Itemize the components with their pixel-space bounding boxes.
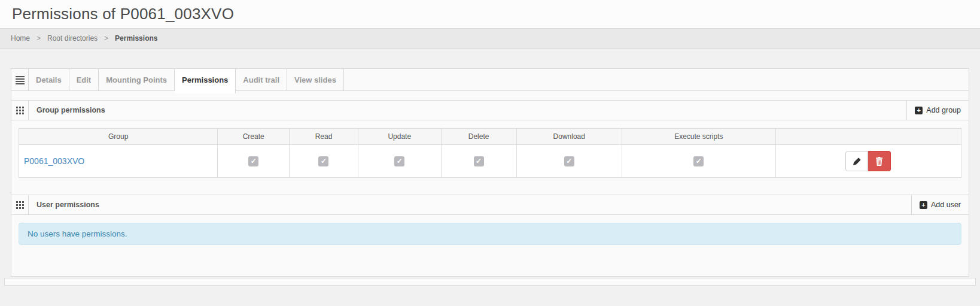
add-user-button[interactable]: Add user	[911, 195, 969, 214]
breadcrumb-permissions: Permissions	[115, 34, 157, 43]
breadcrumb-separator-icon: >	[104, 34, 108, 43]
page-footer-strip	[4, 278, 976, 286]
tab-permissions[interactable]: Permissions	[175, 69, 236, 93]
group-permissions-body: Group Create Read Update Delete Download…	[11, 120, 969, 186]
breadcrumb: Home > Root directories > Permissions	[0, 28, 980, 49]
page-title: Permissions of P0061_003XVO	[12, 5, 234, 23]
column-header-actions	[775, 129, 961, 145]
create-permission-cell	[218, 145, 290, 178]
column-header-group: Group	[19, 129, 218, 145]
column-header-read: Read	[290, 129, 358, 145]
hamburger-icon	[16, 76, 25, 84]
row-actions-cell	[775, 145, 961, 178]
plus-square-icon	[920, 201, 927, 209]
tab-edit[interactable]: Edit	[69, 69, 99, 91]
group-permissions-title: Group permissions	[29, 101, 906, 120]
grid-icon	[16, 107, 24, 114]
trash-icon	[875, 157, 883, 166]
add-group-button[interactable]: Add group	[906, 101, 969, 120]
column-header-delete: Delete	[441, 129, 516, 145]
main-content: Details Edit Mounting Points Permissions…	[0, 49, 980, 286]
row-actions-button-group	[845, 151, 891, 171]
group-permissions-table: Group Create Read Update Delete Download…	[19, 128, 961, 178]
read-checkbox	[318, 156, 328, 166]
user-permissions-panel: User permissions Add user No users have …	[11, 195, 969, 276]
spacer	[11, 245, 969, 276]
breadcrumb-home[interactable]: Home	[11, 34, 30, 43]
add-group-label: Add group	[926, 106, 961, 114]
table-row: P0061_003XVO	[19, 145, 961, 178]
breadcrumb-root-directories[interactable]: Root directories	[47, 34, 98, 43]
panel-icon-cell	[11, 195, 29, 214]
delete-permission-cell	[441, 145, 516, 178]
download-checkbox	[564, 156, 574, 166]
execute-scripts-checkbox	[693, 156, 704, 166]
column-header-create: Create	[218, 129, 290, 145]
delete-group-button[interactable]	[868, 151, 891, 171]
page-header: Permissions of P0061_003XVO	[0, 0, 980, 28]
column-header-update: Update	[358, 129, 441, 145]
create-checkbox	[248, 156, 258, 166]
group-link[interactable]: P0061_003XVO	[24, 156, 84, 166]
update-checkbox	[394, 156, 404, 166]
plus-square-icon	[915, 107, 923, 114]
group-permissions-panel: Group permissions Add group Group Cre	[11, 100, 969, 186]
edit-group-button[interactable]	[845, 151, 868, 171]
table-header-row: Group Create Read Update Delete Download…	[19, 129, 961, 145]
spacer	[11, 186, 969, 195]
download-permission-cell	[516, 145, 622, 178]
add-user-label: Add user	[931, 201, 961, 209]
tab-view-slides[interactable]: View slides	[287, 69, 344, 91]
tab-mounting-points[interactable]: Mounting Points	[99, 69, 175, 91]
user-permissions-title: User permissions	[29, 195, 911, 214]
breadcrumb-separator-icon: >	[36, 34, 41, 43]
tab-audit-trail[interactable]: Audit trail	[236, 69, 287, 91]
read-permission-cell	[290, 145, 358, 178]
execute-scripts-permission-cell	[622, 145, 775, 178]
group-permissions-header: Group permissions Add group	[11, 100, 969, 120]
no-users-alert: No users have permissions.	[19, 223, 961, 245]
panel-icon-cell	[11, 101, 29, 120]
column-header-execute-scripts: Execute scripts	[622, 129, 775, 145]
pencil-icon	[853, 157, 862, 166]
tab-bar: Details Edit Mounting Points Permissions…	[11, 69, 969, 91]
tab-panel-wrapper: Details Edit Mounting Points Permissions…	[11, 68, 969, 277]
tab-menu-button[interactable]	[11, 69, 29, 91]
group-name-cell: P0061_003XVO	[19, 145, 218, 178]
column-header-download: Download	[516, 129, 622, 145]
grid-icon	[16, 201, 24, 209]
spacer	[11, 91, 969, 100]
update-permission-cell	[358, 145, 441, 178]
tab-details[interactable]: Details	[29, 69, 69, 91]
user-permissions-header: User permissions Add user	[11, 195, 969, 215]
delete-checkbox	[474, 156, 484, 166]
